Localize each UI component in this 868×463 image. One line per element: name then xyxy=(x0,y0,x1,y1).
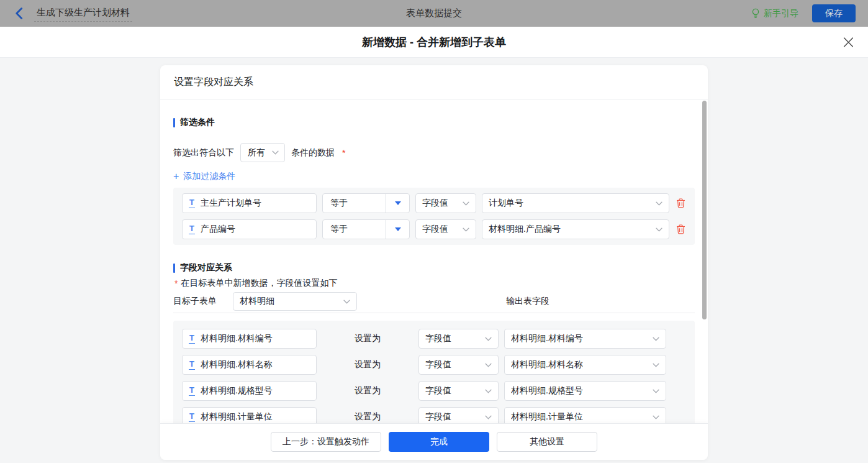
match-line-prefix: 筛选出符合以下 xyxy=(173,147,234,158)
mapping-section-heading: 字段对应关系 xyxy=(173,262,695,273)
value-type-value: 字段值 xyxy=(425,385,451,397)
filter-field-select[interactable]: T 主生产计划单号 xyxy=(182,193,317,213)
mapping-value-select[interactable]: 材料明细.材料名称 xyxy=(504,355,666,375)
previous-step-button[interactable]: 上一步：设置触发动作 xyxy=(271,432,381,452)
add-filter-label: 添加过滤条件 xyxy=(183,171,235,182)
value-type-select[interactable]: 字段值 xyxy=(415,193,476,213)
text-field-icon: T xyxy=(189,198,195,208)
mapping-value: 材料明细.规格型号 xyxy=(511,385,583,397)
modal-title: 新增数据 - 合并新增到子表单 xyxy=(362,35,506,50)
modal-header: 新增数据 - 合并新增到子表单 xyxy=(0,27,868,58)
chevron-down-icon xyxy=(656,201,662,206)
mapping-row: T 材料明细.材料名称 设置为 字段值 材料明细.材料名称 xyxy=(182,355,686,375)
field-mapping-card: 设置字段对应关系 筛选条件 筛选出符合以下 所有 条件的数据 * + 添加过滤条… xyxy=(160,65,708,460)
chevron-down-icon xyxy=(485,389,492,393)
filter-heading-label: 筛选条件 xyxy=(180,117,215,128)
mapping-heading-label: 字段对应关系 xyxy=(180,262,232,273)
mapping-row: T 材料明细.材料编号 设置为 字段值 材料明细.材料编号 xyxy=(182,329,686,349)
filter-value: 材料明细.产品编号 xyxy=(489,224,561,235)
mapping-field-value: 材料明细.规格型号 xyxy=(201,385,273,397)
mapping-field-box[interactable]: T 材料明细.材料名称 xyxy=(182,355,317,375)
field-mapping-panel: T 材料明细.材料编号 设置为 字段值 材料明细.材料编号 T xyxy=(173,321,695,435)
caret-down-icon xyxy=(395,227,401,231)
filter-operator-select[interactable]: 等于 xyxy=(322,193,410,213)
beginner-guide-button[interactable]: 新手引导 xyxy=(751,8,798,19)
filter-value-select[interactable]: 材料明细.产品编号 xyxy=(482,219,669,239)
delete-condition-button[interactable] xyxy=(675,198,686,208)
chevron-left-icon xyxy=(15,7,23,19)
target-subform-select[interactable]: 材料明细 xyxy=(233,292,357,311)
value-type-value: 字段值 xyxy=(425,333,451,344)
filter-row: T 产品编号 等于 字段值 材料明细.产品编号 xyxy=(182,219,686,239)
filter-match-line: 筛选出符合以下 所有 条件的数据 * xyxy=(173,143,695,162)
match-mode-value: 所有 xyxy=(248,147,265,158)
filter-row: T 主生产计划单号 等于 字段值 计划单号 xyxy=(182,193,686,213)
lightbulb-icon xyxy=(751,8,760,19)
text-field-icon: T xyxy=(189,386,195,396)
operator-caret-button[interactable] xyxy=(386,220,409,239)
text-field-icon: T xyxy=(189,360,195,370)
value-type-select[interactable]: 字段值 xyxy=(418,329,499,349)
mapping-value-select[interactable]: 材料明细.规格型号 xyxy=(504,381,666,401)
card-scroll-area[interactable]: 筛选条件 筛选出符合以下 所有 条件的数据 * + 添加过滤条件 T xyxy=(160,99,708,459)
close-icon xyxy=(843,37,854,47)
mapping-field-value: 材料明细.材料名称 xyxy=(201,359,273,370)
beginner-guide-label: 新手引导 xyxy=(764,8,798,19)
filter-field-value: 产品编号 xyxy=(201,224,235,235)
mapping-row: T 材料明细.规格型号 设置为 字段值 材料明细.规格型号 xyxy=(182,381,686,401)
chevron-down-icon xyxy=(485,415,492,419)
set-as-label: 设置为 xyxy=(322,411,413,423)
match-mode-select[interactable]: 所有 xyxy=(240,143,285,162)
text-field-icon: T xyxy=(189,224,195,234)
filter-operator-select[interactable]: 等于 xyxy=(322,219,410,239)
mapping-field-box[interactable]: T 材料明细.规格型号 xyxy=(182,381,317,401)
back-button[interactable] xyxy=(15,7,23,19)
chevron-down-icon xyxy=(653,415,659,419)
mapping-field-box[interactable]: T 材料明细.材料编号 xyxy=(182,329,317,349)
filter-conditions-panel: T 主生产计划单号 等于 字段值 计划单号 xyxy=(173,188,695,245)
filter-value-select[interactable]: 计划单号 xyxy=(482,193,669,213)
operator-value: 等于 xyxy=(323,198,386,209)
value-type-value: 字段值 xyxy=(425,411,451,423)
operator-caret-button[interactable] xyxy=(386,194,409,213)
value-type-value: 字段值 xyxy=(422,198,448,209)
trash-icon xyxy=(676,224,685,234)
plus-icon: + xyxy=(173,172,179,181)
value-type-value: 字段值 xyxy=(425,359,451,370)
chevron-down-icon xyxy=(656,227,662,232)
text-field-icon: T xyxy=(189,412,195,422)
value-type-value: 字段值 xyxy=(422,224,448,235)
mapping-value: 材料明细.材料编号 xyxy=(511,333,583,344)
value-type-select[interactable]: 字段值 xyxy=(418,381,499,401)
filter-section-heading: 筛选条件 xyxy=(173,117,695,128)
save-button[interactable]: 保存 xyxy=(812,4,856,22)
scrollbar-thumb[interactable] xyxy=(702,101,707,319)
filter-field-select[interactable]: T 产品编号 xyxy=(182,219,317,239)
chevron-down-icon xyxy=(272,150,279,155)
done-button[interactable]: 完成 xyxy=(389,432,489,452)
section-marker xyxy=(173,118,175,127)
close-button[interactable] xyxy=(843,37,854,47)
set-as-label: 设置为 xyxy=(322,385,413,397)
mapping-value-select[interactable]: 材料明细.材料编号 xyxy=(504,329,666,349)
operator-value: 等于 xyxy=(323,224,386,235)
delete-condition-button[interactable] xyxy=(675,224,686,234)
card-footer: 上一步：设置触发动作 完成 其他设置 xyxy=(160,423,708,460)
chevron-down-icon xyxy=(653,389,659,393)
mapping-field-value: 材料明细.计量单位 xyxy=(201,411,273,423)
trash-icon xyxy=(676,198,685,208)
chevron-down-icon xyxy=(463,201,469,206)
workflow-title[interactable]: 生成下级生产计划材料 xyxy=(34,6,132,22)
chevron-down-icon xyxy=(463,227,469,232)
target-subform-value: 材料明细 xyxy=(240,296,274,307)
value-type-select[interactable]: 字段值 xyxy=(415,219,476,239)
add-filter-condition-link[interactable]: + 添加过滤条件 xyxy=(173,171,235,182)
required-mark: * xyxy=(342,148,345,158)
section-marker xyxy=(173,264,175,273)
mapping-value: 材料明细.计量单位 xyxy=(511,411,583,423)
mapping-value: 材料明细.材料名称 xyxy=(511,359,583,370)
value-type-select[interactable]: 字段值 xyxy=(418,355,499,375)
other-settings-button[interactable]: 其他设置 xyxy=(497,432,597,452)
mapping-description-line: * 在目标表单中新增数据，字段值设置如下 xyxy=(173,278,695,289)
required-mark: * xyxy=(174,278,178,288)
